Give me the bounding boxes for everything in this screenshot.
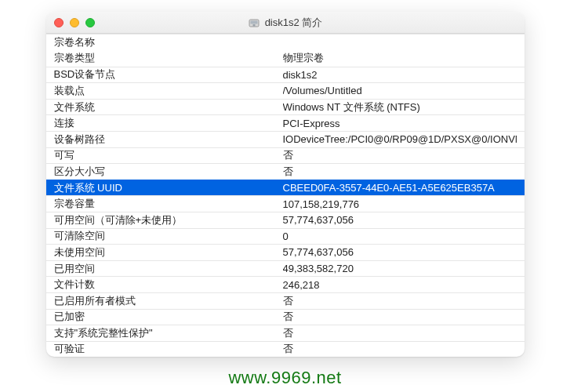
property-row[interactable]: 连接PCI-Express xyxy=(46,114,525,131)
property-value: 49,383,582,720 xyxy=(283,263,517,274)
property-value: /Volumes/Untitled xyxy=(283,85,517,96)
disk-icon xyxy=(248,16,260,29)
property-row[interactable]: 可用空间（可清除+未使用）57,774,637,056 xyxy=(46,212,525,228)
property-label: 设备树路径 xyxy=(54,132,283,147)
window-controls xyxy=(54,18,95,27)
property-value: 107,158,219,776 xyxy=(283,198,517,210)
property-label: 支持"系统完整性保护" xyxy=(54,326,283,340)
property-label: 可清除空间 xyxy=(54,229,283,243)
property-value: 物理宗卷 xyxy=(283,51,517,65)
property-value: 57,774,637,056 xyxy=(283,246,517,258)
property-value: 否 xyxy=(283,310,517,324)
svg-rect-0 xyxy=(249,20,259,27)
property-value: 否 xyxy=(283,342,517,356)
section-header-label: 宗卷名称 xyxy=(54,35,95,49)
property-row[interactable]: 装载点/Volumes/Untitled xyxy=(46,82,525,99)
titlebar[interactable]: disk1s2 简介 xyxy=(46,12,525,34)
property-value: 否 xyxy=(283,326,517,340)
zoom-button[interactable] xyxy=(85,18,95,27)
property-row[interactable]: 宗卷类型物理宗卷 xyxy=(46,50,525,67)
property-row[interactable]: 已启用所有者模式否 xyxy=(46,292,525,309)
svg-rect-2 xyxy=(252,24,255,27)
property-value: CBEED0FA-3557-44E0-AE51-A5E625EB357A xyxy=(283,182,517,194)
property-label: 宗卷容量 xyxy=(54,197,283,211)
property-label: 文件计数 xyxy=(54,278,283,292)
property-label: BSD设备节点 xyxy=(54,67,283,82)
property-value: IODeviceTree:/PCI0@0/RP09@1D/PXSX@0/IONV… xyxy=(283,133,517,145)
property-row[interactable]: 区分大小写否 xyxy=(46,163,525,180)
property-label: 已加密 xyxy=(54,310,283,324)
info-window: disk1s2 简介 宗卷名称 宗卷类型物理宗卷BSD设备节点disk1s2装载… xyxy=(46,12,525,357)
property-value: 否 xyxy=(283,148,517,162)
property-value: Windows NT 文件系统 (NTFS) xyxy=(283,100,517,114)
property-value: 57,774,637,056 xyxy=(283,214,517,226)
property-value: 否 xyxy=(283,165,517,179)
property-value: 246,218 xyxy=(283,279,517,291)
section-header: 宗卷名称 xyxy=(46,34,525,50)
minimize-button[interactable] xyxy=(70,18,79,27)
property-value: disk1s2 xyxy=(283,69,517,81)
property-label: 装载点 xyxy=(54,84,283,98)
property-row[interactable]: 文件系统 UUIDCBEED0FA-3557-44E0-AE51-A5E625E… xyxy=(46,180,525,196)
property-row[interactable]: 已用空间49,383,582,720 xyxy=(46,260,525,277)
property-row[interactable]: 可写否 xyxy=(46,147,525,164)
property-row[interactable]: 未使用空间57,774,637,056 xyxy=(46,244,525,260)
window-title: disk1s2 简介 xyxy=(265,16,323,30)
property-row[interactable]: 文件系统Windows NT 文件系统 (NTFS) xyxy=(46,99,525,115)
window-title-area: disk1s2 简介 xyxy=(46,16,525,30)
property-row[interactable]: 可验证否 xyxy=(46,341,525,357)
property-row[interactable]: BSD设备节点disk1s2 xyxy=(46,67,525,83)
property-label: 连接 xyxy=(54,116,283,130)
property-row[interactable]: 已加密否 xyxy=(46,309,525,325)
property-label: 可验证 xyxy=(54,342,283,356)
property-label: 区分大小写 xyxy=(54,165,283,179)
property-row[interactable]: 宗卷容量107,158,219,776 xyxy=(46,195,525,212)
property-row[interactable]: 支持"系统完整性保护"否 xyxy=(46,325,525,341)
property-label: 可用空间（可清除+未使用） xyxy=(54,213,283,227)
watermark-text: www.9969.net xyxy=(228,368,341,388)
property-label: 已启用所有者模式 xyxy=(54,294,283,308)
property-label: 文件系统 UUID xyxy=(54,181,283,195)
properties-list[interactable]: 宗卷名称 宗卷类型物理宗卷BSD设备节点disk1s2装载点/Volumes/U… xyxy=(46,34,525,357)
property-label: 未使用空间 xyxy=(54,245,283,260)
property-row[interactable]: 文件计数246,218 xyxy=(46,276,525,292)
close-button[interactable] xyxy=(54,18,64,27)
property-label: 已用空间 xyxy=(54,262,283,276)
property-row[interactable]: 可清除空间0 xyxy=(46,228,525,245)
property-label: 文件系统 xyxy=(54,100,283,114)
svg-rect-1 xyxy=(250,20,257,24)
property-row[interactable]: 设备树路径IODeviceTree:/PCI0@0/RP09@1D/PXSX@0… xyxy=(46,131,525,147)
property-value: 否 xyxy=(283,294,517,308)
property-label: 宗卷类型 xyxy=(54,51,283,65)
property-value: PCI-Express xyxy=(283,118,517,129)
property-label: 可写 xyxy=(54,148,283,162)
property-value: 0 xyxy=(283,230,517,242)
